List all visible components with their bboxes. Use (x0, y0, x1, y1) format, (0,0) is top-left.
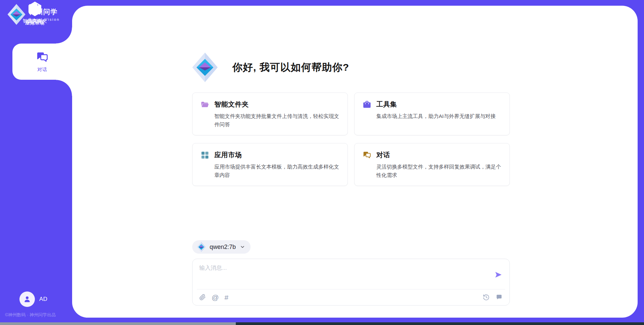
card-smart-folder[interactable]: 智能文件夹 智能文件夹功能支持批量文件上传与清洗，轻松实现文件问答 (192, 92, 348, 135)
person-icon (23, 295, 32, 304)
model-selector[interactable]: qwen2:7b (192, 240, 251, 254)
chat-bubbles-icon (36, 51, 49, 64)
main-panel: 你好, 我可以如何帮助你? 智能文件夹 智能文件夹功能支持批量文件上传与清洗，轻… (72, 6, 638, 318)
chat-bubble-icon[interactable] (495, 294, 503, 301)
card-chat[interactable]: 对话 灵活切换多模型文件，支持多样回复效果调试，满足个性化需求 (354, 143, 510, 186)
user-profile[interactable]: AD (19, 291, 48, 307)
send-icon[interactable] (494, 270, 503, 279)
history-icon[interactable] (483, 294, 490, 301)
card-description: 智能文件夹功能支持批量文件上传与清洗，轻松实现文件问答 (201, 112, 339, 129)
user-initials: AD (39, 296, 48, 303)
card-toolkit[interactable]: 工具集 集成市场上主流工具，助力AI与外界无缝扩展与对接 (354, 92, 510, 135)
card-title: 对话 (376, 150, 390, 159)
model-name: qwen2:7b (210, 244, 236, 251)
tab-fillet-bottom (56, 80, 72, 96)
avatar (19, 291, 35, 307)
sidebar-footer: ©神州数码 · 神州问学出品 (5, 312, 56, 318)
message-input[interactable] (199, 264, 488, 286)
card-title: 应用市场 (214, 150, 242, 159)
feature-cards: 智能文件夹 智能文件夹功能支持批量文件上传与清洗，轻松实现文件问答 工具集 集成… (192, 92, 510, 186)
composer-divider (197, 289, 505, 289)
card-app-market[interactable]: 应用市场 应用市场提供丰富长文本模板，助力高效生成多样化文章内容 (192, 143, 348, 186)
sidebar-item-chat[interactable]: 对话 (12, 44, 72, 80)
sidebar-item-label: 系统设置 (25, 19, 45, 25)
message-composer: @ # (192, 259, 510, 306)
gear-icon (28, 2, 42, 16)
grid-icon (201, 151, 209, 159)
briefcase-icon (363, 100, 371, 109)
tab-fillet-top (56, 27, 72, 44)
sidebar: 神州问学 Smart Vision 对话 智能文件夹 (0, 0, 72, 322)
model-logo-icon (197, 242, 206, 252)
greeting-title: 你好, 我可以如何帮助你? (232, 61, 349, 74)
mention-icon[interactable]: @ (212, 294, 219, 301)
card-description: 应用市场提供丰富长文本模板，助力高效生成多样化文章内容 (201, 162, 339, 179)
sidebar-item-label: 对话 (38, 67, 47, 73)
card-title: 智能文件夹 (214, 100, 249, 109)
card-description: 集成市场上主流工具，助力AI与外界无缝扩展与对接 (363, 112, 501, 120)
app-root: 神州问学 Smart Vision 对话 智能文件夹 (0, 0, 644, 325)
hash-icon[interactable]: # (224, 294, 228, 301)
sidebar-item-settings[interactable]: 系统设置 (0, 0, 70, 27)
assistant-logo-icon (192, 53, 218, 82)
greeting: 你好, 我可以如何帮助你? (192, 53, 349, 82)
folder-open-icon (201, 100, 209, 109)
attachment-icon[interactable] (199, 294, 206, 301)
chat-bubbles-icon (363, 151, 371, 159)
card-title: 工具集 (376, 100, 397, 109)
card-description: 灵活切换多模型文件，支持多样回复效果调试，满足个性化需求 (363, 162, 501, 179)
bottom-strip (0, 322, 644, 325)
chevron-down-icon (240, 244, 245, 250)
